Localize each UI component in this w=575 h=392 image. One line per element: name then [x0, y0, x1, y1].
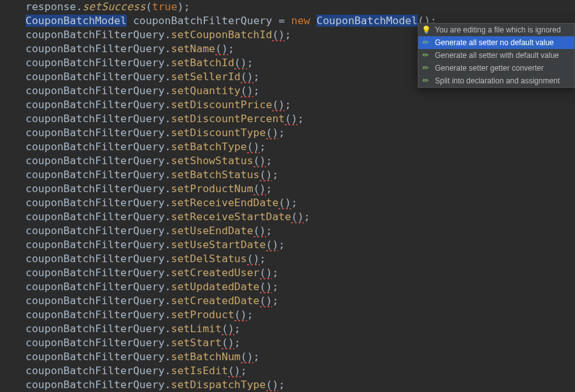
code-line: couponBatchFilterQuery.setCreatedDate();: [25, 294, 575, 308]
code-line: couponBatchFilterQuery.setUseEndDate();: [25, 224, 575, 238]
code-line: couponBatchFilterQuery.setReceiveEndDate…: [25, 196, 575, 210]
intention-menu-item[interactable]: ✎Generate all setter no default value: [418, 36, 574, 49]
intention-menu-label: Generate all setter no default value: [435, 36, 554, 49]
intention-menu-label: Generate all setter with default value: [435, 49, 559, 62]
code-line: couponBatchFilterQuery.setIsEdit();: [25, 364, 575, 378]
intention-menu-item[interactable]: ✎Generate setter getter converter: [418, 62, 574, 74]
ctor-highlight: CouponBatchModel: [316, 15, 418, 27]
intention-menu-label: Generate setter getter converter: [435, 62, 544, 74]
code-line: couponBatchFilterQuery.setCreatedUser();: [25, 266, 575, 280]
intention-menu-item[interactable]: ✎Generate all setter with default value: [418, 49, 574, 62]
code-line: couponBatchFilterQuery.setDiscountType()…: [25, 126, 575, 140]
code-line: couponBatchFilterQuery.setUpdatedDate();: [25, 280, 575, 294]
intention-menu-item[interactable]: ✎Split into declaration and assignment: [418, 74, 574, 87]
code-line: couponBatchFilterQuery.setLimit();: [25, 322, 575, 336]
intention-menu-label: You are editing a file which is ignored: [435, 24, 561, 36]
code-line: couponBatchFilterQuery.setDiscountPercen…: [25, 112, 575, 126]
type-highlight: CouponBatchModel: [25, 15, 127, 27]
code-line: couponBatchFilterQuery.setShowStatus();: [25, 154, 575, 168]
code-line: couponBatchFilterQuery.setProduct();: [25, 308, 575, 322]
pencil-icon: ✎: [421, 63, 431, 73]
pencil-icon: ✎: [421, 38, 431, 48]
code-line: couponBatchFilterQuery.setDelStatus();: [25, 252, 575, 266]
code-line: couponBatchFilterQuery.setBatchType();: [25, 140, 575, 154]
intention-actions-menu[interactable]: 💡You are editing a file which is ignored…: [418, 23, 575, 88]
code-line: couponBatchFilterQuery.setReceiveStartDa…: [25, 210, 575, 224]
bulb-icon: 💡: [421, 25, 431, 35]
intention-menu-item[interactable]: 💡You are editing a file which is ignored: [418, 24, 574, 36]
code-line: couponBatchFilterQuery.setBatchNum();: [25, 350, 575, 364]
code-line: response.setSuccess(true);: [25, 0, 575, 14]
pencil-icon: ✎: [421, 76, 431, 86]
code-line: couponBatchFilterQuery.setStart();: [25, 336, 575, 350]
code-line: couponBatchFilterQuery.setProductNum();: [25, 182, 575, 196]
code-line: couponBatchFilterQuery.setDispatchType()…: [25, 378, 575, 392]
code-line: couponBatchFilterQuery.setDiscountPrice(…: [25, 98, 575, 112]
intention-menu-label: Split into declaration and assignment: [435, 74, 560, 87]
pencil-icon: ✎: [421, 50, 431, 60]
code-line: couponBatchFilterQuery.setUseStartDate()…: [25, 238, 575, 252]
code-line: couponBatchFilterQuery.setBatchStatus();: [25, 168, 575, 182]
